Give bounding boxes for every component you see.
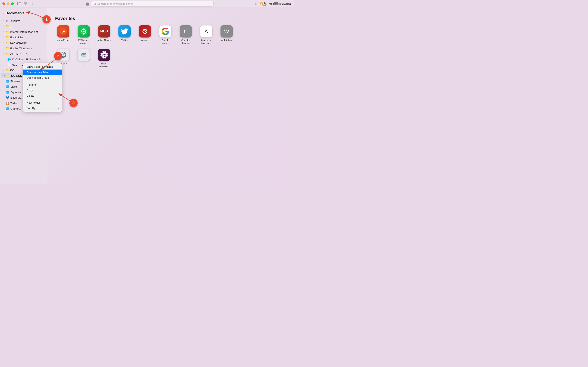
globe-icon: 🌐 — [6, 80, 9, 83]
sidebar-item-for-articles[interactable]: › 📁 For Articles — [1, 35, 46, 40]
fav-icon-combine: C — [180, 25, 192, 38]
sidebar-item-favorites[interactable]: › ☆ Favorites — [1, 18, 46, 24]
maximize-button[interactable] — [11, 2, 14, 5]
fav-item-1[interactable]: 1 — [76, 49, 92, 68]
heart-icon: 💙 — [6, 96, 9, 99]
fav-label: Slack | Sebastie... — [96, 62, 112, 68]
sidebar-title: Bookmarks — [6, 11, 25, 15]
menu-separator-2 — [23, 99, 62, 99]
fav-item-answer[interactable]: Answer — [137, 25, 153, 45]
address-bar[interactable]: Search or enter website name — [91, 1, 214, 7]
menu-item-open-new-tabs[interactable]: Open in New Tabs — [23, 69, 62, 75]
fav-item-google[interactable]: Google Search... — [157, 25, 173, 45]
main-content: Favorites How to Perfor... — [47, 8, 294, 184]
annotation-circle-1: 1 — [43, 15, 51, 24]
chevron-icon: › — [3, 31, 4, 33]
fav-label: How to Perfor... — [56, 39, 71, 42]
folder-icon: 📁 — [6, 41, 9, 44]
fav-item-how-to[interactable]: How to Perfor... — [55, 25, 71, 45]
folder-icon: 📁 — [6, 30, 9, 33]
sidebar-item-label: For My Wordpress — [10, 47, 43, 50]
sidebar-item-label: For Articles — [10, 36, 43, 39]
context-menu: Show Folder Contents Open in New Tabs Op… — [23, 63, 62, 112]
fav-icon-twitter — [118, 25, 131, 38]
fav-icon-slack — [98, 49, 110, 61]
svg-point-8 — [94, 3, 95, 4]
sidebar-item-label: ICICI Bank 3D Secure Service — [12, 58, 43, 61]
menu-item-label: Copy — [26, 89, 33, 92]
menu-item-rename[interactable]: Rename — [23, 82, 62, 87]
minimize-button[interactable] — [7, 2, 9, 5]
sidebar-item-non-copyright[interactable]: › 📁 Non Copyright — [1, 40, 46, 45]
globe-icon: 🌐 — [6, 85, 9, 88]
fav-label: 1 — [83, 62, 84, 65]
sidebar-back-button[interactable]: ‹ — [2, 11, 4, 16]
chevron-icon: › — [3, 25, 4, 27]
sidebar-item-label: Non Copyright — [10, 42, 43, 44]
fav-icon-google — [159, 25, 172, 38]
trello-icon: 📋 — [6, 101, 9, 105]
sidebar-item-label: Favorites — [9, 19, 43, 22]
fav-item-combine[interactable]: C Combine Images — [178, 25, 194, 45]
chevron-icon: › — [3, 36, 4, 39]
fav-icon-how-to — [57, 25, 69, 38]
annotation-3: 3 — [69, 99, 78, 107]
sidebar-item-label: ALL IMPORTANT — [10, 52, 43, 55]
menu-item-label: Rename — [26, 83, 36, 86]
fav-icon-27ways — [78, 25, 90, 38]
svg-rect-0 — [17, 2, 18, 5]
favorites-grid-row2: History 1 — [55, 49, 286, 68]
page-icon: 📄 — [7, 63, 11, 66]
annotation-circle-3: 3 — [69, 99, 78, 107]
fav-item-twitter[interactable]: Twitter — [116, 25, 133, 45]
menu-item-copy[interactable]: Copy — [23, 87, 62, 93]
folder-icon: 📁 — [6, 68, 9, 72]
fav-label: 27 Ways to Increase... — [76, 39, 92, 45]
menu-item-new-folder[interactable]: New Folder — [23, 100, 62, 105]
submenu-arrow-icon: › — [58, 107, 59, 109]
fav-label: Twitter — [121, 39, 128, 42]
submenu-arrow-icon: › — [58, 77, 59, 79]
menu-item-label: Open in New Tabs — [26, 71, 48, 74]
menu-item-show-folder[interactable]: Show Folder Contents — [23, 64, 62, 69]
menu-item-label: New Folder — [26, 101, 40, 104]
sidebar-toggle-button[interactable] — [16, 2, 21, 6]
fav-item-amazon[interactable]: A Amazon.in Associat... — [198, 25, 214, 45]
favorites-section-title: Favorites — [55, 16, 286, 21]
nav-back-button[interactable]: ‹ — [31, 1, 34, 7]
sidebar-item-icici[interactable]: 🌐 ICICI Bank 3D Secure Service — [1, 57, 46, 62]
menu-item-open-tab-group[interactable]: Open in Tab Group › — [23, 75, 62, 81]
sidebar-item-internet-info[interactable]: › 📁 Internet Information and Tips — [1, 29, 46, 34]
favorites-star-icon: ☆ — [6, 19, 8, 22]
fav-item-webadmin[interactable]: W Web Admin — [218, 25, 235, 45]
fav-label: Combine Images — [178, 39, 194, 45]
svg-line-9 — [95, 4, 96, 5]
menu-item-label: Open in Tab Group — [26, 76, 49, 79]
chevron-icon: › — [3, 53, 4, 55]
globe-icon: 🌐 — [6, 91, 9, 94]
system-menu-bar: 🔋 📶 ⬡ Thu 2 Dec 3:08 PM — [251, 0, 294, 8]
fav-icon-webadmin: W — [221, 25, 233, 38]
menu-item-delete[interactable]: Delete — [23, 93, 62, 99]
fav-item-27ways[interactable]: 27 Ways to Increase... — [76, 25, 92, 45]
fav-label: Google Search... — [157, 39, 173, 45]
close-button[interactable] — [2, 2, 5, 5]
fav-item-ankur[interactable]: MUO Ankur Thakur — [96, 25, 112, 45]
sidebar-item-wordpress[interactable]: › 📁 For My Wordpress — [1, 46, 46, 51]
title-bar: ‹ › Search or enter website name + — [0, 0, 294, 8]
menu-item-label: Sort By — [26, 107, 35, 110]
sidebar-item-all-important[interactable]: › 📁 ALL IMPORTANT — [1, 51, 46, 57]
fav-label: Ankur Thakur — [97, 39, 111, 42]
wifi-icon: 📶 — [260, 2, 263, 5]
toolbar-left — [16, 2, 28, 6]
date-time: Thu 2 Dec 3:08 PM — [270, 2, 291, 5]
menu-item-sort-by[interactable]: Sort By › — [23, 105, 62, 111]
main-layout: ‹ Bookmarks › ☆ Favorites › 📁 1 › 📁 Inte… — [0, 8, 294, 184]
chevron-down-icon: ∨ — [3, 75, 5, 77]
folder-icon: 📁 — [6, 47, 9, 50]
fav-item-slack[interactable]: Slack | Sebastie... — [96, 49, 112, 68]
address-placeholder: Search or enter website name — [97, 2, 133, 5]
nav-forward-button[interactable]: › — [34, 1, 36, 7]
sidebar-item-1[interactable]: › 📁 1 — [1, 24, 46, 29]
tab-overview-button[interactable] — [23, 2, 28, 6]
